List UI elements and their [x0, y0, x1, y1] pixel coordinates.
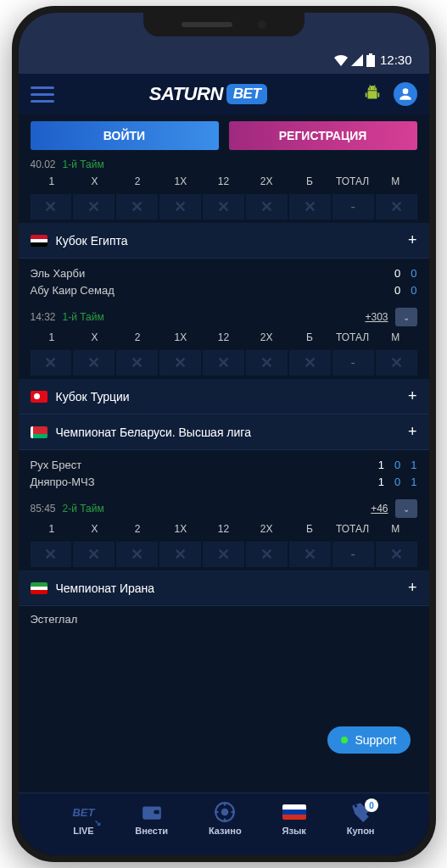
odds-label: ТОТАЛ	[331, 331, 374, 343]
status-time: 12:30	[380, 53, 412, 67]
wallet-icon	[141, 800, 163, 824]
nav-coupon[interactable]: 0 Купон	[347, 800, 375, 842]
match-period: 1-й Тайм	[63, 311, 104, 323]
odds-cell[interactable]: ✕	[31, 194, 72, 220]
wifi-icon	[334, 54, 348, 66]
score: 0	[394, 474, 400, 491]
nav-live[interactable]: BET↘ LIVE	[72, 800, 94, 842]
league-header[interactable]: Чемпионат Беларуси. Высшая лига +	[19, 415, 429, 450]
odds-cell[interactable]: ✕	[116, 542, 158, 567]
odds-cell[interactable]: ✕	[246, 542, 288, 567]
odds-row: ✕ ✕ ✕ ✕ ✕ ✕ ✕ - ✕	[19, 191, 429, 223]
team-name[interactable]: Эстеглал	[19, 606, 429, 632]
league-header[interactable]: Кубок Египта +	[19, 223, 429, 259]
odds-cell[interactable]: ✕	[376, 194, 417, 220]
league-name: Кубок Египта	[56, 234, 128, 248]
expand-match-button[interactable]: ⌄	[395, 499, 417, 518]
league-name: Чемпионат Ирана	[56, 581, 155, 595]
logo-badge: BET	[226, 84, 268, 104]
odds-header: 1 X 2 1X 12 2X Б ТОТАЛ М	[19, 520, 429, 538]
chip-icon	[214, 800, 236, 824]
odds-cell[interactable]: ✕	[203, 194, 244, 220]
more-bets-link[interactable]: +46	[371, 503, 388, 515]
support-label: Support	[355, 733, 396, 747]
svg-rect-5	[224, 819, 226, 822]
odds-label: X	[73, 175, 116, 187]
expand-league-icon[interactable]: +	[408, 579, 417, 597]
support-button[interactable]: Support	[327, 726, 410, 754]
odds-cell[interactable]: ✕	[376, 350, 417, 376]
score: 0	[394, 265, 400, 282]
bottom-nav: BET↘ LIVE Внести Казино Язык 0 Купон	[19, 793, 429, 855]
menu-button[interactable]	[31, 86, 54, 103]
odds-label: 2	[116, 523, 159, 535]
expand-league-icon[interactable]: +	[408, 231, 417, 249]
nav-label: Купон	[347, 826, 375, 836]
odds-cell[interactable]: ✕	[31, 350, 72, 376]
odds-cell[interactable]: ✕	[73, 542, 115, 567]
odds-cell[interactable]: ✕	[73, 194, 115, 220]
odds-cell[interactable]: ✕	[289, 542, 331, 567]
odds-cell[interactable]: ✕	[73, 350, 115, 376]
odds-cell: -	[332, 350, 374, 376]
odds-cell: -	[332, 194, 374, 220]
nav-label: Внести	[135, 826, 168, 836]
svg-rect-7	[232, 811, 235, 813]
scores: 00 00	[394, 265, 416, 299]
odds-cell[interactable]: ✕	[246, 194, 288, 220]
more-bets-link[interactable]: +303	[365, 311, 388, 323]
nav-language[interactable]: Язык	[282, 800, 306, 842]
nav-casino[interactable]: Казино	[209, 800, 242, 842]
odds-label: ТОТАЛ	[331, 523, 374, 535]
odds-cell[interactable]: ✕	[159, 194, 201, 220]
nav-deposit[interactable]: Внести	[135, 800, 168, 842]
coupon-count-badge: 0	[365, 798, 378, 812]
match-row[interactable]: Рух Брест Дняпро-МЧЗ 11 00 11	[19, 450, 429, 498]
score: 1	[378, 474, 384, 491]
svg-rect-6	[215, 811, 218, 813]
league-header[interactable]: Кубок Турции +	[19, 379, 429, 415]
score: 0	[394, 457, 400, 474]
odds-cell[interactable]: ✕	[203, 542, 244, 567]
odds-cell[interactable]: ✕	[31, 542, 72, 567]
svg-rect-1	[369, 53, 372, 55]
odds-cell[interactable]: ✕	[246, 350, 288, 376]
tag-icon: 0	[349, 800, 372, 824]
odds-label: 12	[202, 523, 245, 535]
score: 0	[394, 282, 400, 299]
expand-league-icon[interactable]: +	[408, 423, 417, 441]
flag-egypt-icon	[31, 235, 47, 247]
expand-match-button[interactable]: ⌄	[395, 308, 417, 326]
odds-row: ✕ ✕ ✕ ✕ ✕ ✕ ✕ - ✕	[19, 347, 429, 379]
status-icons	[334, 53, 375, 67]
phone-notch	[143, 13, 305, 36]
nav-label: Казино	[209, 826, 242, 836]
match-row[interactable]: Эль Харби Абу Каир Семад 00 00	[19, 259, 429, 306]
league-name: Чемпионат Беларуси. Высшая лига	[56, 426, 251, 439]
score: 1	[378, 457, 384, 474]
odds-label: 2X	[245, 331, 288, 343]
flag-turkey-icon	[31, 391, 47, 403]
flag-iran-icon	[31, 582, 47, 594]
odds-cell[interactable]: ✕	[289, 194, 331, 220]
register-button[interactable]: РЕГИСТРАЦИЯ	[229, 121, 417, 150]
score: 0	[411, 282, 416, 299]
content-area: 40.02 1-й Тайм 1 X 2 1X 12 2X Б ТОТАЛ М …	[19, 157, 429, 793]
league-header[interactable]: Чемпионат Ирана +	[19, 570, 429, 606]
avatar-icon[interactable]	[394, 82, 417, 106]
android-icon[interactable]	[363, 85, 382, 103]
odds-cell[interactable]: ✕	[203, 350, 244, 376]
score: 1	[411, 474, 416, 491]
odds-cell[interactable]: ✕	[159, 542, 201, 567]
odds-label: М	[374, 523, 417, 535]
odds-cell[interactable]: ✕	[159, 350, 201, 376]
battery-icon	[366, 53, 375, 67]
odds-label: 2	[116, 175, 159, 187]
odds-cell[interactable]: ✕	[116, 350, 158, 376]
odds-cell[interactable]: ✕	[289, 350, 331, 376]
expand-league-icon[interactable]: +	[408, 387, 417, 405]
odds-cell[interactable]: ✕	[116, 194, 158, 220]
odds-cell[interactable]: ✕	[376, 542, 417, 567]
teams: Рух Брест Дняпро-МЧЗ	[31, 457, 378, 491]
login-button[interactable]: ВОЙТИ	[31, 121, 219, 150]
